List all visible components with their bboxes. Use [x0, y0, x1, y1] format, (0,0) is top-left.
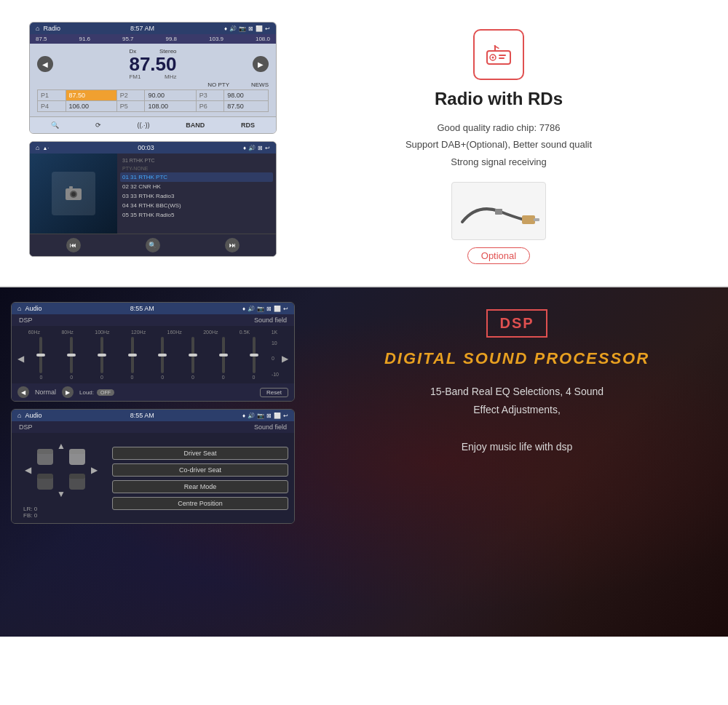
preset-value-p6[interactable]: 87.50 [224, 101, 269, 112]
soundfield-screen: ⌂ Audio 8:55 AM ♦ 🔊 📷 ⊠ ⬜ ↩ DSP Sound fi… [11, 409, 295, 524]
music-controls: ⏮ 🔍 ⏭ [30, 234, 276, 256]
lr-label: LR: 0 [23, 506, 105, 512]
svg-rect-11 [522, 215, 535, 224]
dsp-play-button[interactable]: ▶ [62, 386, 74, 398]
music-next-button[interactable]: ⏭ [225, 238, 240, 252]
eq-slider-7[interactable]: 0 [209, 337, 237, 380]
sf-time: 8:55 AM [130, 412, 154, 419]
dsp-prev-button[interactable]: ◀ [17, 386, 29, 398]
dsp-home-icon: ⌂ [17, 305, 21, 312]
right-panel-top: Radio with RDs Good quality radio chip: … [298, 22, 699, 271]
window-icon: ⬜ [256, 25, 263, 32]
preset-value-p3[interactable]: 98.00 [224, 90, 269, 101]
centre-position-button[interactable]: Centre Position [112, 497, 288, 510]
preset-label-p3: P3 [196, 90, 224, 101]
radio-feature-desc: Good quality radio chip: 7786 Support DA… [405, 119, 592, 170]
eq-slider-8[interactable]: 0 [240, 337, 268, 380]
radio-screen: ⌂ Radio 8:57 AM ♦ 🔊 📷 ⊠ ⬜ ↩ 87.5 91.6 95… [29, 22, 277, 134]
eq-controls-row: ◀ 0 0 0 [17, 337, 288, 380]
music-prev-button[interactable]: ⏮ [66, 238, 81, 252]
wifi-icon[interactable]: ((.·)) [131, 120, 155, 130]
radio-next-button[interactable]: ▶ [253, 56, 269, 72]
playlist-item-5[interactable]: 05 35 RTHK Radio5 [120, 210, 273, 220]
left-arrow[interactable]: ◀ [25, 465, 31, 475]
antenna-image [451, 182, 546, 240]
dsp-badge: DSP [486, 309, 547, 338]
sf-audio-label: Audio [25, 412, 41, 419]
rear-mode-button[interactable]: Rear Mode [112, 480, 288, 493]
svg-rect-19 [37, 474, 53, 479]
sf-soundfield-label: Sound field [254, 423, 287, 431]
playlist-item-4[interactable]: 04 34 RTHK BBC(WS) [120, 201, 273, 210]
driver-seat-button[interactable]: Driver Seat [112, 447, 288, 460]
seat-buttons: Driver Seat Co-driver Seat Rear Mode Cen… [112, 447, 288, 510]
svg-point-6 [492, 56, 494, 58]
codriver-seat-button[interactable]: Co-driver Seat [112, 463, 288, 477]
signal-icon: ♦ [224, 25, 227, 32]
playlist-item-1[interactable]: 01 31 RTHK PTC [120, 172, 273, 182]
preset-label-p1: P1 [38, 90, 66, 101]
feature-line-1: Good quality radio chip: 7786 [405, 119, 592, 136]
radio-main: ◀ Dx Stereo 87.50 FM1 MHz [30, 44, 276, 116]
svg-rect-4 [487, 51, 510, 64]
radio-feature-icon-box [473, 29, 524, 80]
preset-value-p1[interactable]: 87.50 [66, 90, 116, 101]
preset-value-p5[interactable]: 108.00 [145, 101, 196, 112]
band-button[interactable]: BAND [180, 120, 210, 130]
repeat-icon[interactable]: ⟳ [90, 120, 107, 130]
up-arrow[interactable]: ▲ [57, 441, 66, 451]
no-pty-label: NO PTY [207, 81, 229, 88]
dsp-bottom-row: ◀ Normal ▶ Loud: OFF Reset [12, 383, 294, 401]
reset-button[interactable]: Reset [260, 388, 288, 397]
preset-value-p2[interactable]: 90.00 [145, 90, 196, 101]
radio-frequency: 87.50 [129, 55, 176, 73]
eq-scale: 10 0 -10 [272, 340, 279, 377]
dsp-header-1: DSP Sound field [12, 314, 294, 326]
radio-prev-button[interactable]: ◀ [37, 56, 53, 72]
rds-button[interactable]: RDS [235, 120, 261, 130]
music-home-icon: ⌂ [36, 144, 39, 151]
music-search-button[interactable]: 🔍 [146, 238, 160, 252]
normal-label: Normal [35, 389, 56, 396]
feature-line-3: Strong signal receiving [405, 154, 592, 170]
eq-slider-4[interactable]: 0 [118, 337, 146, 380]
playlist-item-2[interactable]: 02 32 CNR HK [120, 182, 273, 191]
home-icon: ⌂ [36, 25, 39, 32]
back-icon: ↩ [265, 25, 270, 32]
playlist-item-3[interactable]: 03 33 RTHK Radio3 [120, 191, 273, 201]
dsp-processor-title: DIGITAL SOUND PROCESSOR [384, 349, 649, 368]
sf-win-icon: ⬜ [274, 413, 281, 419]
eq-slider-6[interactable]: 0 [179, 337, 207, 380]
preset-value-p4[interactable]: 106.00 [66, 101, 116, 112]
sf-main: ▲ ▼ ◀ ▶ [12, 433, 294, 523]
eq-right-arrow[interactable]: ▶ [282, 354, 288, 364]
dsp-description: 15-Band Real EQ Selections, 4 Sound Effe… [430, 383, 604, 456]
radio-freq-display: Dx Stereo 87.50 FM1 MHz [129, 48, 176, 80]
eq-slider-2[interactable]: 0 [58, 337, 86, 380]
eq-slider-5[interactable]: 0 [149, 337, 177, 380]
music-screen: ⌂ ▲· 00:03 ♦ 🔊 ⊠ ↩ [29, 141, 277, 257]
sf-cam-icon: 📷 [257, 413, 264, 419]
signal-bars: ▲· [42, 146, 49, 151]
dsp-eq-area: 60Hz 80Hz 100Hz 120Hz 160Hz 200Hz 0.5K 1… [12, 326, 294, 383]
svg-rect-15 [37, 449, 53, 454]
music-main: 31 RTHK PTC PTY-NONE 01 31 RTHK PTC 02 3… [30, 154, 276, 234]
eq-slider-1[interactable]: 0 [27, 337, 55, 380]
eq-slider-3[interactable]: 0 [87, 337, 116, 380]
sf-statusbar: ⌂ Audio 8:55 AM ♦ 🔊 📷 ⊠ ⬜ ↩ [12, 410, 294, 421]
dsp-label: DSP [19, 316, 33, 324]
dsp-cam-icon: 📷 [257, 306, 264, 312]
sf-signal-icon: ♦ [242, 413, 245, 419]
loud-off-toggle[interactable]: OFF [97, 389, 114, 396]
eq-left-arrow[interactable]: ◀ [17, 354, 24, 364]
right-arrow[interactable]: ▶ [91, 465, 98, 475]
dsp-signal-icon: ♦ [242, 306, 245, 312]
svg-rect-3 [69, 186, 73, 188]
radio-pty-row: NO PTY NEWS [37, 80, 269, 89]
music-time: 00:03 [138, 144, 154, 151]
down-arrow[interactable]: ▼ [57, 489, 66, 499]
sf-box-icon: ⊠ [266, 413, 272, 419]
album-art [30, 154, 117, 234]
volume-icon: 🔊 [229, 25, 237, 32]
search-icon[interactable]: 🔍 [45, 120, 65, 130]
